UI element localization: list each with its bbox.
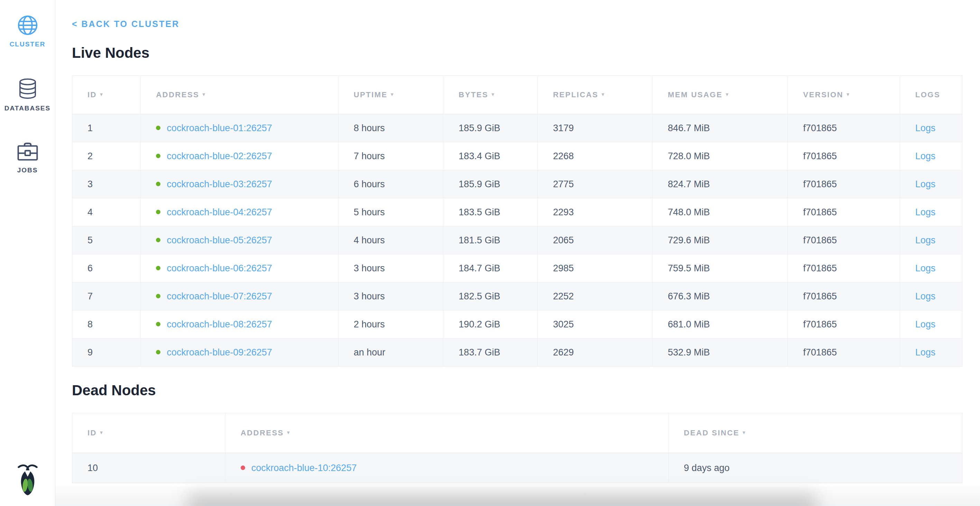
node-row: 3cockroach-blue-03:262576 hours185.9 GiB… [72,170,963,198]
cell-version: f701865 [788,142,900,170]
sort-arrow-icon: ▾ [601,91,605,97]
column-header-mem_usage[interactable]: MEM USAGE▾ [652,76,788,114]
cell-logs: Logs [900,227,962,254]
sidebar-item-jobs[interactable]: JOBS [0,142,55,174]
column-header-replicas[interactable]: REPLICAS▾ [538,76,652,114]
node-address-link[interactable]: cockroach-blue-07:26257 [167,291,272,302]
cell-logs: Logs [900,198,962,227]
cell-bytes: 182.5 GiB [443,283,538,310]
main-content: < BACK TO CLUSTER Live Nodes ID▾ADDRESS▾… [55,0,980,483]
logs-link[interactable]: Logs [915,319,936,329]
logs-link[interactable]: Logs [915,347,936,358]
node-row: 6cockroach-blue-06:262573 hours184.7 GiB… [72,254,963,283]
cell-version: f701865 [788,198,900,227]
column-header-bytes[interactable]: BYTES▾ [443,76,538,114]
live-status-dot-icon [156,210,161,214]
column-header-dead_since[interactable]: DEAD SINCE▾ [668,413,962,453]
cell-address: cockroach-blue-08:26257 [141,310,338,338]
node-address-link[interactable]: cockroach-blue-04:26257 [167,207,272,217]
node-row: 7cockroach-blue-07:262573 hours182.5 GiB… [72,283,963,310]
node-address-link[interactable]: cockroach-blue-10:26257 [251,463,357,473]
cell-logs: Logs [900,283,962,310]
node-address-link[interactable]: cockroach-blue-06:26257 [167,263,272,273]
column-header-label: VERSION [803,90,843,99]
cell-logs: Logs [900,310,962,338]
column-header-address[interactable]: ADDRESS▾ [141,76,338,114]
cell-address: cockroach-blue-01:26257 [141,114,338,142]
cell-address: cockroach-blue-03:26257 [141,170,338,198]
cell-id: 10 [72,453,226,483]
logs-link[interactable]: Logs [915,263,936,273]
column-header-logs: LOGS [900,76,962,114]
dead-status-dot-icon [241,466,245,470]
cell-logs: Logs [900,338,962,367]
node-row: 5cockroach-blue-05:262574 hours181.5 GiB… [72,227,963,254]
live-nodes-title: Live Nodes [72,45,963,61]
column-header-address[interactable]: ADDRESS▾ [225,413,668,453]
cell-replicas: 2268 [538,142,652,170]
logs-link[interactable]: Logs [915,123,936,133]
database-icon [18,78,38,100]
logs-link[interactable]: Logs [915,179,936,189]
cell-id: 8 [72,310,141,338]
cell-address: cockroach-blue-04:26257 [141,198,338,227]
node-address-link[interactable]: cockroach-blue-09:26257 [167,347,272,358]
sidebar: CLUSTER DATABASES JOBS [0,0,55,506]
cell-bytes: 183.4 GiB [443,142,538,170]
cell-logs: Logs [900,142,962,170]
column-header-uptime[interactable]: UPTIME▾ [338,76,443,114]
cell-bytes: 185.9 GiB [443,170,538,198]
cell-uptime: 8 hours [338,114,443,142]
cell-mem_usage: 676.3 MiB [652,283,788,310]
node-address-link[interactable]: cockroach-blue-08:26257 [167,319,272,329]
window-bottom-shadow [55,487,980,506]
sort-arrow-icon: ▾ [100,91,104,97]
sidebar-item-cluster[interactable]: CLUSTER [0,14,55,48]
cell-uptime: 3 hours [338,254,443,283]
sort-arrow-icon: ▾ [287,429,291,436]
back-to-cluster-link[interactable]: < BACK TO CLUSTER [72,19,180,29]
cell-replicas: 2985 [538,254,652,283]
column-header-id[interactable]: ID▾ [72,413,226,453]
node-row: 10cockroach-blue-10:262579 days ago [72,453,963,483]
cockroachdb-logo [17,463,39,498]
sidebar-item-databases[interactable]: DATABASES [0,78,55,112]
cell-uptime: 7 hours [338,142,443,170]
column-header-version[interactable]: VERSION▾ [788,76,900,114]
live-status-dot-icon [156,266,161,270]
node-address-link[interactable]: cockroach-blue-05:26257 [167,235,272,246]
live-status-dot-icon [156,238,161,242]
node-address-link[interactable]: cockroach-blue-03:26257 [167,179,272,189]
logs-link[interactable]: Logs [915,207,936,217]
cell-address: cockroach-blue-07:26257 [141,283,338,310]
live-status-dot-icon [156,322,161,326]
logs-link[interactable]: Logs [915,291,936,302]
column-header-id[interactable]: ID▾ [72,76,141,114]
cell-mem_usage: 681.0 MiB [652,310,788,338]
node-address-link[interactable]: cockroach-blue-01:26257 [167,123,272,133]
cell-replicas: 2293 [538,198,652,227]
cell-uptime: 5 hours [338,198,443,227]
cell-uptime: 2 hours [338,310,443,338]
column-header-label: BYTES [458,90,488,99]
column-header-label: ID [88,428,97,437]
column-header-label: REPLICAS [553,90,598,99]
live-nodes-table: ID▾ADDRESS▾UPTIME▾BYTES▾REPLICAS▾MEM USA… [72,75,963,367]
sort-arrow-icon: ▾ [202,91,206,97]
cell-version: f701865 [788,310,900,338]
node-row: 9cockroach-blue-09:26257an hour183.7 GiB… [72,338,963,367]
logs-link[interactable]: Logs [915,235,936,246]
node-address-link[interactable]: cockroach-blue-02:26257 [167,151,272,161]
cell-mem_usage: 728.0 MiB [652,142,788,170]
cell-version: f701865 [788,338,900,367]
cell-replicas: 2065 [538,227,652,254]
column-header-label: LOGS [915,90,940,99]
cell-uptime: 4 hours [338,227,443,254]
cell-mem_usage: 846.7 MiB [652,114,788,142]
cell-id: 1 [72,114,141,142]
column-header-label: MEM USAGE [668,90,722,99]
sort-arrow-icon: ▾ [100,429,104,436]
column-header-label: ADDRESS [241,428,284,437]
cell-uptime: an hour [338,338,443,367]
logs-link[interactable]: Logs [915,151,936,161]
